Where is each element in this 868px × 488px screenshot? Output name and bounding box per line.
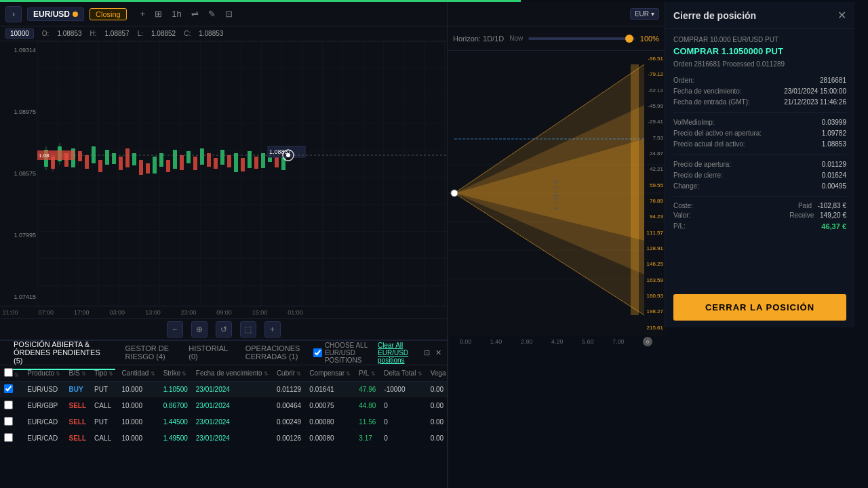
row-fecha-venc: 23/01/2024: [192, 414, 273, 430]
expand-icon[interactable]: ⊡: [424, 348, 430, 357]
detail-key: Fecha de vencimiento:: [673, 87, 742, 95]
row-compensar: 0.01641: [305, 382, 355, 398]
table-row: EUR/USD BUY PUT 10.000 1.10500 23/01/202…: [0, 382, 447, 398]
svg-text:1.08: 1.08: [39, 152, 50, 159]
cerrar-posicion-button[interactable]: CERRAR LA POSICIÓN: [673, 294, 846, 321]
cone-x-labels: 0.00 1.40 2.80 4.20 5.60 7.00 ○: [448, 336, 665, 348]
row-bs: SELL: [65, 430, 91, 447]
row-checkbox[interactable]: [4, 433, 13, 442]
chart-toolbar: › EUR/USD Closing + ⊞ 1h ⇌ ✎ ⊡: [0, 2, 447, 26]
grid-icon[interactable]: ⊞: [152, 7, 165, 20]
ohlc-bar: 10000 O: 1.08853 H: 1.08857 L: 1.08852 C…: [0, 26, 447, 41]
detail-row-volmed: VolMedioImp: 0.03999: [673, 118, 846, 127]
draw-icon[interactable]: ✎: [205, 7, 218, 20]
row-checkbox[interactable]: [4, 401, 13, 409]
close-label: C:: [184, 30, 191, 37]
tabs-header: POSICIÓN ABIERTA & ÓRDENES PENDIENTES (5…: [0, 341, 447, 365]
col-compensar[interactable]: Compensar: [305, 365, 355, 382]
col-fecha-venc[interactable]: Fecha de vencimiento: [192, 365, 273, 382]
crosshair-button[interactable]: ⊕: [191, 321, 208, 338]
clear-link[interactable]: Clear All EUR/USD positions: [378, 342, 418, 364]
close-table-icon[interactable]: ✕: [435, 348, 441, 357]
chart-canvas: 1.09314 1.08975 1.08575 1.07995 1.07415: [0, 41, 447, 306]
svg-rect-27: [220, 150, 224, 165]
detail-key: Fecha de entrada (GMT):: [673, 98, 750, 106]
bottom-right-empty: [448, 327, 868, 488]
svg-rect-17: [153, 157, 157, 174]
svg-rect-12: [119, 157, 123, 170]
cone-slider-thumb[interactable]: ○: [643, 337, 652, 346]
row-checkbox-cell[interactable]: [0, 414, 23, 430]
row-pl: 44.80: [355, 398, 380, 414]
tab-closed[interactable]: OPERACIONES CERRADAS (1): [237, 340, 312, 366]
horizon-pct: 100%: [640, 35, 659, 43]
row-producto: EUR/CAD: [23, 430, 64, 447]
pos-order-sub: Orden 2816681 Processed 0.011289: [673, 60, 846, 68]
table-row: EUR/CAD SELL PUT 10.000 1.44500 23/01/20…: [0, 414, 447, 430]
col-delta[interactable]: Delta Total: [380, 365, 426, 382]
expand-icon[interactable]: ⊡: [222, 7, 235, 20]
row-checkbox[interactable]: [4, 417, 13, 426]
svg-rect-28: [227, 155, 231, 167]
col-cantidad[interactable]: Cantidad: [117, 365, 159, 382]
compare-icon[interactable]: ⇌: [189, 7, 201, 20]
nav-prev-button[interactable]: ›: [5, 6, 22, 22]
row-tipo: CALL: [90, 398, 117, 414]
zoom-in-button[interactable]: +: [264, 321, 281, 338]
top-right: EUR ▾ Horizon: 1D/1D Now 100%: [448, 2, 868, 327]
row-delta: 0: [380, 398, 426, 414]
add-icon[interactable]: +: [138, 7, 149, 20]
detail-val: 21/12/2023 11:46:26: [784, 98, 846, 106]
row-checkbox-cell[interactable]: [0, 430, 23, 447]
row-fecha-venc: 23/01/2024: [192, 398, 273, 414]
open-val: 1.08853: [57, 30, 81, 37]
coste-row: Coste: Paid -102,83 €: [673, 202, 846, 209]
horizon-slider[interactable]: [528, 37, 635, 40]
svg-rect-31: [248, 151, 252, 168]
row-pl: 3.17: [355, 430, 380, 447]
svg-rect-0: [37, 41, 447, 306]
row-checkbox[interactable]: [4, 384, 13, 393]
row-compensar: 0.00080: [305, 414, 355, 430]
reset-button[interactable]: ↺: [216, 321, 232, 338]
row-checkbox-cell[interactable]: [0, 398, 23, 414]
tab-history[interactable]: HISTORIAL (0): [180, 340, 235, 366]
coste-val: Paid -102,83 €: [798, 202, 846, 209]
horizon-thumb[interactable]: [625, 35, 633, 43]
row-producto: EUR/USD: [23, 382, 64, 398]
position-body: COMPRAR 10.000 EUR/USD PUT COMPRAR 1.105…: [665, 29, 854, 287]
detail-val: 0.03999: [822, 119, 846, 126]
tab-risk[interactable]: GESTOR DE RIESGO (4): [117, 340, 179, 366]
x-label: 1.40: [490, 338, 502, 345]
col-strike[interactable]: Strike: [159, 365, 192, 382]
high-label: H:: [90, 30, 97, 37]
select-all-checkbox[interactable]: [4, 368, 13, 377]
choose-all-label[interactable]: CHOOSE ALL EUR/USD POSITIONS: [313, 342, 372, 364]
position-title: Cierre de posición: [673, 10, 756, 21]
zoom-out-button[interactable]: −: [167, 321, 183, 338]
row-checkbox-cell[interactable]: [0, 382, 23, 398]
svg-rect-29: [234, 153, 238, 172]
cone-visualization: -96.51 -79.12 -62.12 -45.99 -29.41 7.53 …: [448, 51, 665, 336]
low-val: 1.08852: [151, 30, 176, 37]
tab-positions[interactable]: POSICIÓN ABIERTA & ÓRDENES PENDIENTES (5…: [5, 336, 115, 370]
price-level-1: 1.09314: [1, 47, 36, 54]
col-vega[interactable]: Vega Total: [427, 365, 447, 382]
symbol-dot: [73, 12, 78, 17]
close-panel-button[interactable]: ✕: [837, 9, 846, 22]
select-button[interactable]: ⬚: [240, 321, 256, 338]
qty-box[interactable]: 10000: [5, 28, 34, 39]
col-pl[interactable]: P/L: [355, 365, 380, 382]
row-vega: 0.00: [427, 414, 447, 430]
timeframe-icon[interactable]: 1h: [169, 7, 184, 20]
row-cantidad: 10.000: [117, 398, 159, 414]
table-row: EUR/CAD SELL CALL 10.000 1.49500 23/01/2…: [0, 430, 447, 447]
price-level-3: 1.08575: [1, 170, 36, 177]
time-label: 21:00: [3, 309, 18, 316]
close-val: 1.08853: [199, 30, 223, 37]
row-pl: 11.56: [355, 414, 380, 430]
choose-all-checkbox[interactable]: [313, 348, 322, 357]
currency-badge[interactable]: EUR ▾: [630, 8, 659, 20]
col-cubrir[interactable]: Cubrir: [273, 365, 305, 382]
pos-buy-label: COMPRAR 10.000 EUR/USD PUT: [673, 36, 846, 43]
